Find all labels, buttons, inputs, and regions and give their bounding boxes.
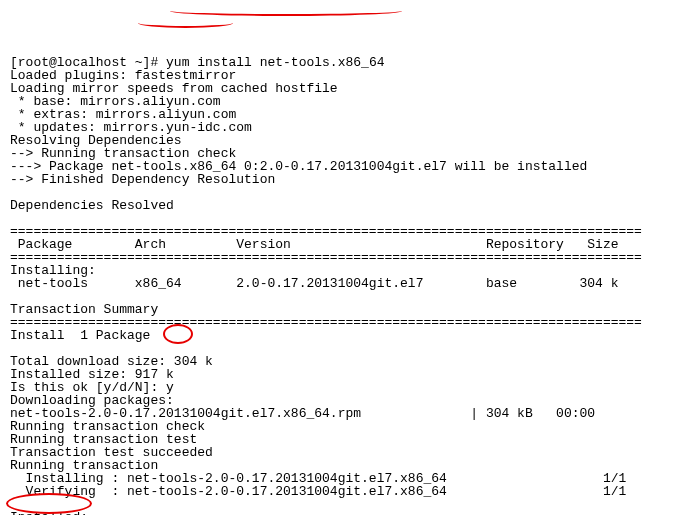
deps-resolved-line: Dependencies Resolved [10, 198, 174, 213]
divider-mid: ========================================… [10, 250, 642, 265]
annotation-underline-fastestmirror [138, 22, 233, 28]
dep-done-line: --> Finished Dependency Resolution [10, 172, 275, 187]
verifying-pkg-line: Verifying : net-tools-2.0-0.17.20131004g… [10, 484, 626, 499]
installed-header: Installed: [10, 510, 88, 515]
annotation-underline-command [170, 10, 402, 16]
package-row: net-tools x86_64 2.0-0.17.20131004git.el… [10, 276, 619, 291]
install-count-line: Install 1 Package [10, 328, 150, 343]
